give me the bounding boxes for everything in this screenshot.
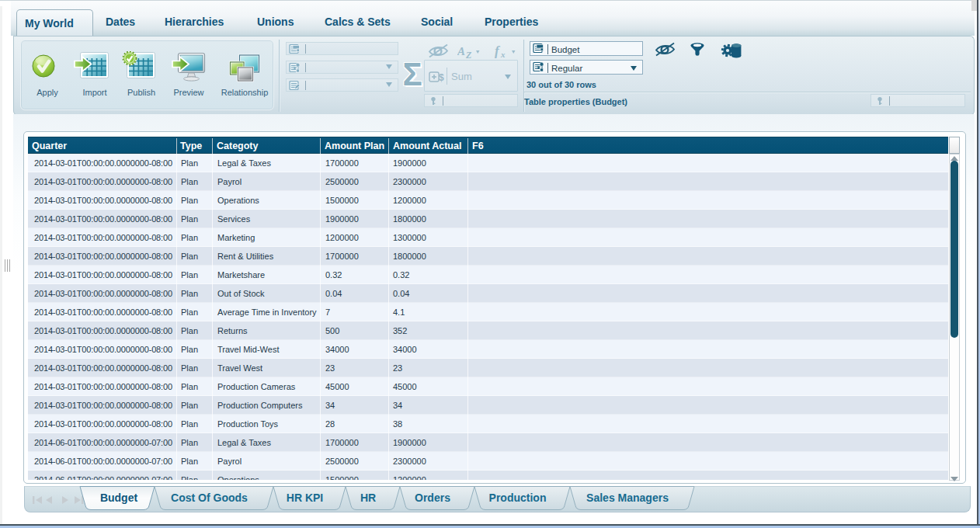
svg-text:Production: Production bbox=[489, 492, 547, 504]
svg-text:Cost Of Goods: Cost Of Goods bbox=[171, 492, 248, 504]
svg-text:f: f bbox=[495, 43, 501, 58]
svg-text:Z: Z bbox=[465, 50, 472, 60]
svg-text:Orders: Orders bbox=[415, 492, 450, 504]
svg-text:Sales Managers: Sales Managers bbox=[586, 492, 669, 504]
svg-text:HR KPI: HR KPI bbox=[287, 492, 323, 504]
svg-text:HR: HR bbox=[360, 492, 376, 504]
svg-text:A: A bbox=[457, 45, 465, 57]
svg-text:Budget: Budget bbox=[100, 492, 138, 504]
svg-text:$: $ bbox=[439, 72, 444, 83]
svg-text:x: x bbox=[500, 50, 506, 59]
